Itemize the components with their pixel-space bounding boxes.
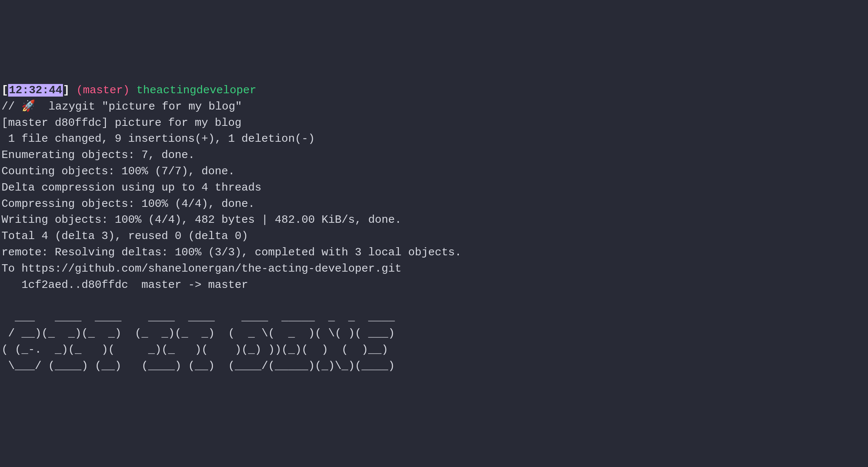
git-delta-threads: Delta compression using up to 4 threads [1, 181, 261, 194]
ascii-art-line-3: ( (_-. _)(_ )( _)(_ )( )(_) ))(_)( ) ( )… [1, 343, 395, 356]
command-text: lazygit "picture for my blog" [49, 100, 242, 113]
rocket-icon: 🚀 [21, 100, 35, 113]
prompt-marker: // [1, 100, 15, 113]
git-ref-update: 1cf2aed..d80ffdc master -> master [1, 279, 248, 291]
git-writing: Writing objects: 100% (4/4), 482 bytes |… [1, 214, 401, 226]
open-bracket: [ [1, 84, 8, 97]
ascii-art-line-1: ___ ____ ____ ____ ____ ____ _____ _ _ _… [1, 311, 401, 323]
timestamp: 12:32:44 [8, 84, 63, 97]
git-commit-summary: [master d80ffdc] picture for my blog [1, 117, 241, 129]
git-diffstat: 1 file changed, 9 insertions(+), 1 delet… [1, 132, 315, 145]
terminal-window[interactable]: [12:32:44] (master) theactingdeveloper /… [0, 81, 868, 374]
current-directory: theactingdeveloper [136, 84, 256, 97]
ascii-art-line-4: \___/ (____) (__) (____) (__) (____/(___… [1, 360, 395, 372]
prompt-line-1: [12:32:44] (master) theactingdeveloper [1, 84, 256, 97]
git-remote-url: To https://github.com/shanelonergan/the-… [1, 262, 401, 275]
git-remote-resolving: remote: Resolving deltas: 100% (3/3), co… [1, 246, 461, 259]
ascii-art-line-2: / __)(_ _)(_ _) (_ _)(_ _) ( _ \( _ )( \… [1, 327, 395, 340]
git-counting: Counting objects: 100% (7/7), done. [1, 165, 235, 178]
git-compressing: Compressing objects: 100% (4/4), done. [1, 198, 255, 210]
git-branch: (master) [76, 84, 130, 97]
git-total: Total 4 (delta 3), reused 0 (delta 0) [1, 230, 248, 242]
prompt-line-2: // 🚀 lazygit "picture for my blog" [1, 100, 242, 113]
git-enumerating: Enumerating objects: 7, done. [1, 149, 195, 161]
close-bracket: ] [63, 84, 70, 97]
